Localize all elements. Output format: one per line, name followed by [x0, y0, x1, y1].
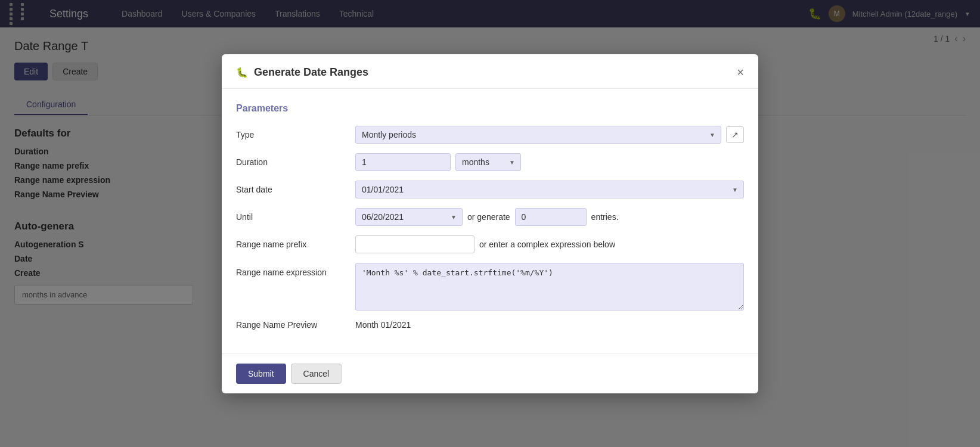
modal-body: Parameters Type Montly periods Weekly pe… — [222, 89, 758, 353]
submit-button[interactable]: Submit — [236, 364, 286, 384]
modal-title: Generate Date Ranges — [254, 66, 731, 79]
modal-close-button[interactable]: × — [737, 66, 744, 78]
form-row-duration: Duration months days weeks years ▼ — [236, 153, 744, 171]
entries-text: entries. — [591, 212, 619, 222]
entries-input[interactable] — [515, 208, 587, 226]
modal-footer: Submit Cancel — [222, 353, 758, 393]
preview-value-area: Month 01/2021 — [355, 320, 744, 330]
prefix-control-area: or enter a complex expression below — [355, 235, 744, 253]
cancel-button[interactable]: Cancel — [291, 364, 342, 384]
duration-unit-wrapper: months days weeks years ▼ — [455, 153, 521, 171]
form-row-type: Type Montly periods Weekly periods Daily… — [236, 126, 744, 144]
start-date-select-wrapper: 01/01/2021 ▼ — [355, 181, 744, 198]
prefix-input[interactable] — [355, 235, 475, 253]
modal-header: 🐛 Generate Date Ranges × — [222, 54, 758, 89]
until-label: Until — [236, 212, 355, 222]
duration-label: Duration — [236, 157, 355, 167]
form-row-until: Until 06/20/2021 ▼ or generate entries. — [236, 208, 744, 226]
type-label: Type — [236, 130, 355, 139]
complex-expression-text: or enter a complex expression below — [479, 240, 615, 249]
form-row-preview: Range Name Preview Month 01/2021 — [236, 320, 744, 330]
type-external-link-button[interactable]: ↗ — [726, 126, 744, 143]
start-date-select[interactable]: 01/01/2021 — [355, 181, 744, 198]
expression-control-area: 'Month %s' % date_start.strftime('%m/%Y'… — [355, 263, 744, 311]
start-date-control-area: 01/01/2021 ▼ — [355, 181, 744, 198]
preview-value: Month 01/2021 — [355, 320, 411, 330]
or-generate-text: or generate — [467, 212, 510, 222]
type-control-area: Montly periods Weekly periods Daily peri… — [355, 126, 744, 144]
form-row-expression: Range name expression 'Month %s' % date_… — [236, 263, 744, 311]
duration-control-area: months days weeks years ▼ — [355, 153, 744, 171]
modal-header-icon: 🐛 — [236, 67, 248, 78]
until-select-wrapper: 06/20/2021 ▼ — [355, 208, 463, 226]
prefix-label: Range name prefix — [236, 240, 355, 249]
expression-textarea[interactable]: 'Month %s' % date_start.strftime('%m/%Y'… — [355, 263, 744, 311]
form-row-start-date: Start date 01/01/2021 ▼ — [236, 181, 744, 198]
start-date-label: Start date — [236, 185, 355, 194]
duration-number-input[interactable] — [355, 153, 451, 171]
until-control-area: 06/20/2021 ▼ or generate entries. — [355, 208, 744, 226]
modal-overlay: 🐛 Generate Date Ranges × Parameters Type… — [0, 0, 980, 447]
preview-label: Range Name Preview — [236, 320, 355, 330]
params-title: Parameters — [236, 103, 744, 114]
modal: 🐛 Generate Date Ranges × Parameters Type… — [222, 54, 758, 393]
duration-unit-select[interactable]: months days weeks years — [455, 153, 521, 171]
expression-label: Range name expression — [236, 263, 355, 277]
form-row-prefix: Range name prefix or enter a complex exp… — [236, 235, 744, 253]
until-select[interactable]: 06/20/2021 — [355, 208, 463, 226]
type-select[interactable]: Montly periods Weekly periods Daily peri… — [355, 126, 721, 144]
type-select-wrapper: Montly periods Weekly periods Daily peri… — [355, 126, 721, 144]
